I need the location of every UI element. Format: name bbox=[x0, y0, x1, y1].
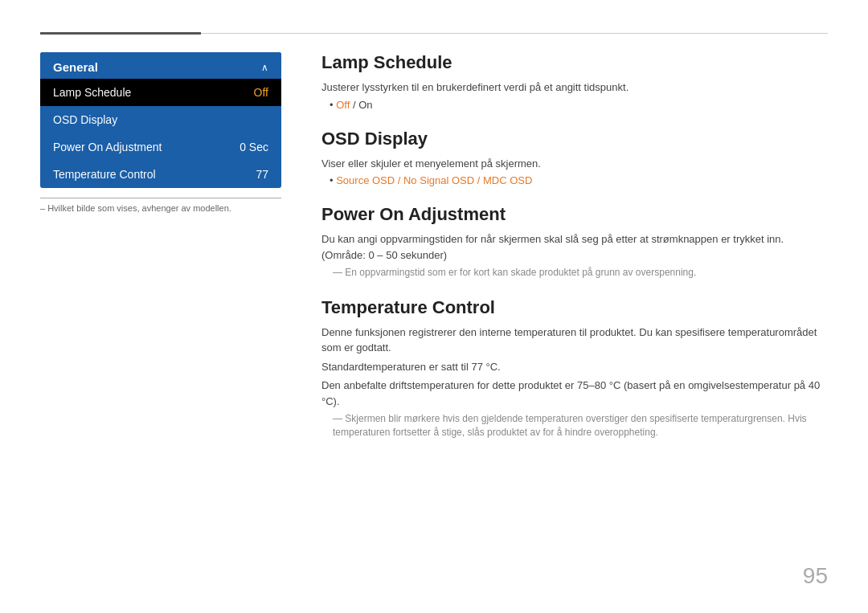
general-title: General bbox=[53, 60, 98, 74]
menu-label-lamp-schedule: Lamp Schedule bbox=[53, 86, 131, 99]
osd-display-bullet-item: Source OSD / No Signal OSD / MDC OSD bbox=[330, 174, 828, 186]
general-header: General ∧ bbox=[40, 52, 281, 79]
menu-item-lamp-schedule[interactable]: Lamp Schedule Off bbox=[40, 79, 281, 106]
menu-value-lamp-schedule: Off bbox=[254, 86, 268, 99]
lamp-schedule-bullet-item: Off / On bbox=[330, 99, 828, 111]
panel-note: – Hvilket bilde som vises, avhenger av m… bbox=[40, 203, 281, 216]
power-on-adjustment-body: Du kan angi oppvarmingstiden for når skj… bbox=[321, 231, 828, 263]
top-line-dark bbox=[40, 32, 201, 35]
temperature-control-title: Temperature Control bbox=[321, 297, 828, 318]
section-temperature-control: Temperature Control Denne funksjonen reg… bbox=[321, 297, 828, 439]
lamp-schedule-body: Justerer lysstyrken til en brukerdefiner… bbox=[321, 80, 828, 96]
menu-item-power-on-adjustment[interactable]: Power On Adjustment 0 Sec bbox=[40, 133, 281, 161]
top-lines bbox=[40, 32, 828, 35]
section-power-on-adjustment: Power On Adjustment Du kan angi oppvarmi… bbox=[321, 204, 828, 280]
lamp-schedule-link: Off bbox=[336, 99, 350, 111]
osd-display-bullets: Source OSD / No Signal OSD / MDC OSD bbox=[321, 174, 828, 186]
osd-display-link: Source OSD / No Signal OSD / MDC OSD bbox=[336, 174, 532, 186]
section-lamp-schedule: Lamp Schedule Justerer lysstyrken til en… bbox=[321, 52, 828, 111]
osd-display-title: OSD Display bbox=[321, 129, 828, 149]
menu-value-temperature-control: 77 bbox=[256, 168, 268, 181]
lamp-schedule-separator: / On bbox=[353, 99, 373, 111]
section-osd-display: OSD Display Viser eller skjuler et menye… bbox=[321, 129, 828, 187]
left-panel: General ∧ Lamp Schedule Off OSD Display … bbox=[40, 52, 281, 216]
chevron-up-icon: ∧ bbox=[261, 62, 268, 73]
menu-label-power-on-adjustment: Power On Adjustment bbox=[53, 141, 162, 153]
right-content: Lamp Schedule Justerer lysstyrken til en… bbox=[321, 52, 828, 457]
lamp-schedule-title: Lamp Schedule bbox=[321, 52, 828, 73]
panel-divider bbox=[40, 198, 281, 198]
temperature-control-note: Skjermen blir mørkere hvis den gjeldende… bbox=[333, 412, 828, 439]
osd-display-body: Viser eller skjuler et menyelement på sk… bbox=[321, 156, 828, 172]
general-box: General ∧ Lamp Schedule Off OSD Display … bbox=[40, 52, 281, 188]
temperature-control-body3: Den anbefalte driftstemperaturen for det… bbox=[321, 378, 828, 409]
power-on-adjustment-title: Power On Adjustment bbox=[321, 204, 828, 225]
menu-value-power-on-adjustment: 0 Sec bbox=[240, 141, 268, 153]
power-on-adjustment-note: En oppvarmingstid som er for kort kan sk… bbox=[333, 266, 828, 280]
temperature-control-body1: Denne funksjonen registrerer den interne… bbox=[321, 325, 828, 356]
menu-label-osd-display: OSD Display bbox=[53, 113, 117, 126]
lamp-schedule-bullets: Off / On bbox=[321, 99, 828, 111]
menu-label-temperature-control: Temperature Control bbox=[53, 168, 156, 181]
temperature-control-body2: Standardtemperaturen er satt til 77 °C. bbox=[321, 359, 828, 375]
page-number: 95 bbox=[803, 563, 828, 589]
menu-item-osd-display[interactable]: OSD Display bbox=[40, 106, 281, 133]
top-line-light bbox=[201, 33, 828, 34]
menu-item-temperature-control[interactable]: Temperature Control 77 bbox=[40, 161, 281, 188]
